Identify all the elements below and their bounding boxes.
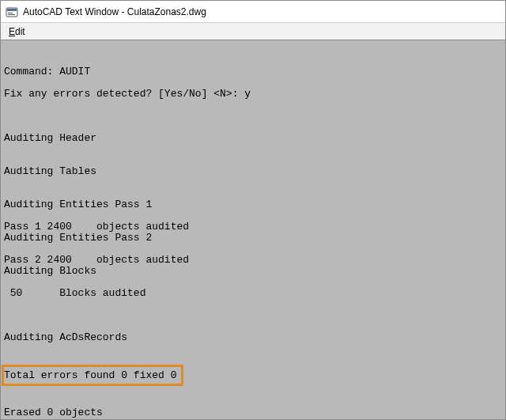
window-title: AutoCAD Text Window - CulataZonas2.dwg bbox=[23, 6, 206, 17]
console-line bbox=[2, 78, 504, 89]
console-line: Fix any errors detected? [Yes/No] <N>: y bbox=[2, 89, 504, 100]
autocad-command-icon bbox=[6, 6, 18, 18]
console-line: 50 Blocks audited bbox=[2, 288, 504, 299]
svg-rect-2 bbox=[8, 13, 13, 13]
menu-edit[interactable]: Edit bbox=[6, 25, 28, 39]
console-line: Auditing Entities Pass 2 bbox=[2, 233, 504, 244]
console-line: Command: AUDIT bbox=[2, 66, 504, 78]
audit-result-line: Total errors found 0 fixed 0 bbox=[4, 369, 176, 381]
console-line bbox=[2, 122, 504, 133]
console-line: Pass 1 2400 objects audited bbox=[2, 221, 504, 233]
console-line bbox=[2, 299, 504, 310]
console-line: Erased 0 objects bbox=[2, 407, 504, 418]
console-output[interactable]: Command: AUDIT Fix any errors detected? … bbox=[1, 40, 505, 419]
console-line: Auditing AcDsRecords bbox=[2, 332, 504, 343]
audit-result-highlight: Total errors found 0 fixed 0 bbox=[2, 365, 183, 386]
console-line bbox=[2, 55, 504, 66]
console-line bbox=[2, 210, 504, 221]
console-line bbox=[2, 321, 504, 332]
console-line bbox=[2, 244, 504, 255]
menubar: Edit bbox=[1, 23, 505, 40]
titlebar[interactable]: AutoCAD Text Window - CulataZonas2.dwg bbox=[1, 1, 505, 23]
console-line: Auditing Blocks bbox=[2, 266, 504, 277]
console-line bbox=[2, 396, 504, 407]
svg-rect-3 bbox=[8, 14, 15, 15]
console-line: Pass 2 2400 objects audited bbox=[2, 255, 504, 266]
console-line bbox=[2, 343, 504, 354]
console-line: Auditing Header bbox=[2, 133, 504, 144]
console-line bbox=[2, 144, 504, 155]
console-line bbox=[2, 177, 504, 188]
console-line: Auditing Tables bbox=[2, 166, 504, 177]
console-line bbox=[2, 310, 504, 321]
console-line bbox=[2, 155, 504, 166]
svg-rect-1 bbox=[7, 9, 17, 11]
console-line: Auditing Entities Pass 1 bbox=[2, 199, 504, 210]
console-line bbox=[2, 277, 504, 288]
console-line bbox=[2, 111, 504, 122]
console-line bbox=[2, 100, 504, 111]
console-line bbox=[2, 188, 504, 199]
